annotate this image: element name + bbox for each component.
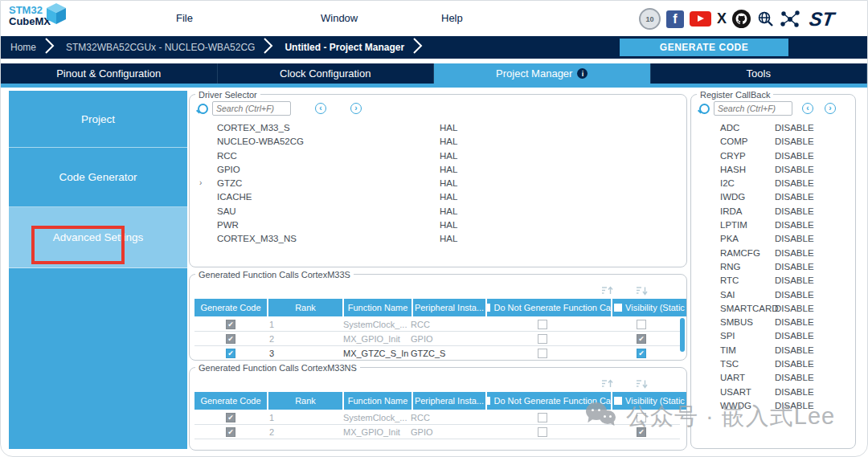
- checkbox-do_not_generate[interactable]: [538, 427, 547, 437]
- tab-tools[interactable]: Tools: [651, 63, 868, 84]
- next-result-button[interactable]: ›: [350, 103, 362, 114]
- checkbox-visibility[interactable]: ✔: [637, 349, 646, 358]
- register-row[interactable]: LPTIMDISABLE: [691, 219, 855, 233]
- table-row[interactable]: ✔1SystemClock_...RCC: [194, 410, 680, 425]
- driver-row[interactable]: PWRHAL: [190, 219, 686, 233]
- checkbox-do_not_generate[interactable]: [538, 320, 547, 329]
- breadcrumb-item-3[interactable]: Untitled - Project Manager: [275, 42, 411, 53]
- facebook-icon[interactable]: f: [666, 10, 684, 28]
- sort-ascending-icon[interactable]: [601, 377, 613, 392]
- sort-descending-icon[interactable]: [636, 377, 648, 392]
- sort-descending-icon[interactable]: [636, 284, 648, 299]
- register-row[interactable]: WWDGDISABLE: [691, 400, 855, 414]
- badge-10-years-icon[interactable]: 10: [639, 8, 661, 30]
- column-header-peripheral[interactable]: Peripheral Insta...: [413, 392, 485, 410]
- column-header-function[interactable]: Function Name: [344, 392, 411, 410]
- youtube-icon[interactable]: [690, 11, 711, 27]
- table-scrollbar[interactable]: [680, 318, 685, 352]
- register-row[interactable]: I2CDISABLE: [691, 177, 855, 191]
- column-header-visibility[interactable]: Visibility (Static: [612, 299, 686, 316]
- checkbox-visibility[interactable]: ✔: [637, 334, 646, 344]
- header-checkbox[interactable]: [487, 304, 490, 312]
- menu-window[interactable]: Window: [321, 12, 358, 24]
- github-icon[interactable]: [732, 10, 751, 28]
- sort-ascending-icon[interactable]: [601, 284, 613, 299]
- register-row[interactable]: IWDGDISABLE: [691, 191, 855, 205]
- column-header-rank[interactable]: Rank: [268, 392, 342, 410]
- table-row[interactable]: ✔3MX_GTZC_S_InitGTZC_S✔: [194, 346, 680, 361]
- header-checkbox[interactable]: [487, 397, 490, 405]
- chevron-expand-icon[interactable]: ›: [199, 178, 202, 187]
- sidebar-item-project[interactable]: Project: [9, 91, 187, 148]
- checkbox-do_not_generate[interactable]: [538, 334, 547, 344]
- register-row[interactable]: SAIDISABLE: [691, 289, 855, 303]
- driver-search-input[interactable]: [212, 101, 291, 116]
- register-search-input[interactable]: [714, 101, 792, 116]
- register-row[interactable]: UARTDISABLE: [691, 372, 855, 386]
- register-row[interactable]: RNGDISABLE: [691, 261, 855, 275]
- header-checkbox[interactable]: [614, 397, 622, 405]
- table-row[interactable]: ✔2MX_GPIO_InitGPIO✔: [194, 425, 680, 439]
- register-row[interactable]: SMARTCARDDISABLE: [691, 303, 855, 316]
- st-logo-icon[interactable]: ST: [806, 9, 843, 30]
- next-result-button[interactable]: ›: [825, 103, 836, 114]
- checkbox-visibility[interactable]: ✔: [637, 427, 646, 437]
- driver-row[interactable]: CORTEX_M33_NSHAL: [190, 233, 686, 247]
- community-icon[interactable]: [780, 10, 800, 28]
- tab-pinout-configuration[interactable]: Pinout & Configuration: [1, 63, 218, 84]
- x-twitter-icon[interactable]: X: [717, 10, 727, 27]
- checkbox-generate[interactable]: ✔: [226, 427, 235, 437]
- driver-row[interactable]: CORTEX_M33_SHAL: [190, 122, 686, 136]
- checkbox-do_not_generate[interactable]: [538, 413, 547, 422]
- header-checkbox[interactable]: [614, 304, 622, 312]
- prev-result-button[interactable]: ‹: [802, 103, 813, 114]
- search-globe-icon[interactable]: [756, 10, 775, 28]
- column-header-generate[interactable]: Generate Code: [194, 299, 267, 316]
- column-header-rank[interactable]: Rank: [268, 299, 342, 316]
- register-row[interactable]: HASHDISABLE: [691, 164, 855, 177]
- column-header-do_not_generate[interactable]: Do Not Generate Function Ca: [487, 299, 611, 316]
- register-row[interactable]: TSCDISABLE: [691, 358, 855, 372]
- breadcrumb-item-2[interactable]: STM32WBA52CGUx - NUCLEO-WBA52CG: [56, 42, 261, 53]
- driver-row[interactable]: ICACHEHAL: [190, 191, 686, 205]
- driver-row[interactable]: RCCHAL: [190, 150, 686, 164]
- register-row[interactable]: RTCDISABLE: [691, 275, 855, 288]
- driver-row[interactable]: SAUHAL: [190, 206, 686, 219]
- column-header-function[interactable]: Function Name: [344, 299, 411, 316]
- register-row[interactable]: SMBUSDISABLE: [691, 316, 855, 330]
- register-row[interactable]: USARTDISABLE: [691, 386, 855, 400]
- checkbox-generate[interactable]: ✔: [226, 413, 235, 422]
- tab-clock-configuration[interactable]: Clock Configuration: [218, 63, 435, 84]
- column-header-visibility[interactable]: Visibility (Static: [612, 392, 686, 410]
- register-row[interactable]: SPIDISABLE: [691, 330, 855, 344]
- driver-row[interactable]: NUCLEO-WBA52CGHAL: [190, 136, 686, 149]
- menu-help[interactable]: Help: [441, 12, 463, 24]
- checkbox-do_not_generate[interactable]: [538, 349, 547, 358]
- checkbox-generate[interactable]: ✔: [226, 334, 235, 344]
- prev-result-button[interactable]: ‹: [315, 103, 326, 114]
- column-header-peripheral[interactable]: Peripheral Insta...: [413, 299, 485, 316]
- checkbox-generate[interactable]: ✔: [226, 349, 235, 358]
- menu-file[interactable]: File: [176, 12, 193, 24]
- register-row[interactable]: ADCDISABLE: [691, 122, 855, 136]
- sidebar-item-code-generator[interactable]: Code Generator: [9, 148, 187, 207]
- column-header-do_not_generate[interactable]: Do Not Generate Function Ca: [487, 392, 611, 410]
- tab-project-manager[interactable]: Project Manageri: [434, 63, 651, 84]
- register-row[interactable]: CRYPDISABLE: [691, 150, 855, 164]
- checkbox-visibility[interactable]: [637, 320, 646, 329]
- info-icon[interactable]: i: [577, 68, 588, 79]
- register-row[interactable]: RAMCFGDISABLE: [691, 247, 855, 261]
- register-row[interactable]: TIMDISABLE: [691, 345, 855, 358]
- register-row[interactable]: PKADISABLE: [691, 233, 855, 247]
- breadcrumb-item-1[interactable]: Home: [1, 42, 43, 53]
- table-row[interactable]: ✔1SystemClock_...RCC: [194, 317, 680, 332]
- checkbox-generate[interactable]: ✔: [226, 320, 235, 329]
- generate-code-button[interactable]: GENERATE CODE: [620, 39, 788, 56]
- driver-row[interactable]: GPIOHAL: [190, 164, 686, 177]
- driver-row[interactable]: ›GTZCHAL: [190, 177, 686, 191]
- register-row[interactable]: COMPDISABLE: [691, 136, 855, 149]
- register-row[interactable]: IRDADISABLE: [691, 206, 855, 219]
- checkbox-visibility[interactable]: [637, 413, 646, 422]
- table-row[interactable]: ✔2MX_GPIO_InitGPIO✔: [194, 332, 680, 346]
- column-header-generate[interactable]: Generate Code: [194, 392, 267, 410]
